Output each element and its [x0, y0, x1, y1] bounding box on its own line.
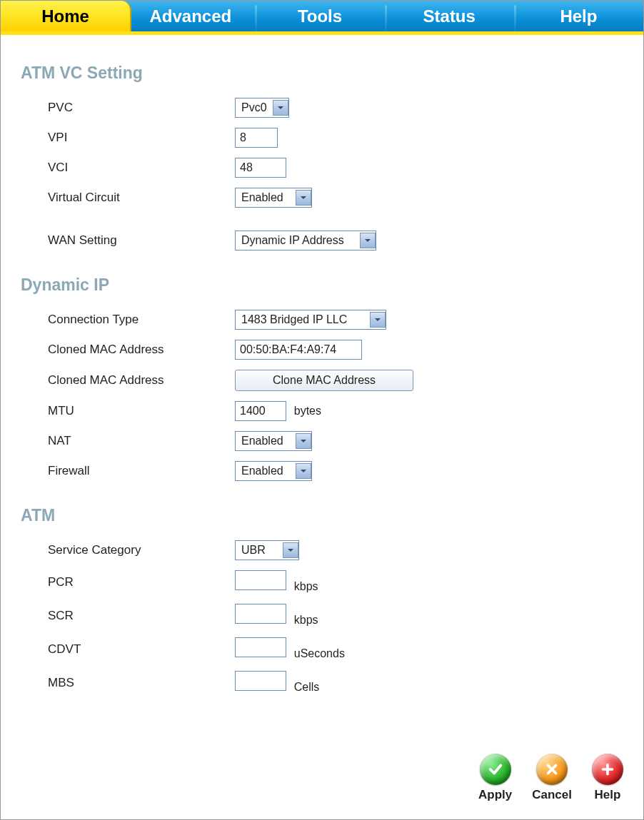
scr-unit: kbps: [294, 614, 318, 626]
chevron-down-icon: [296, 190, 311, 206]
wan-setting-select[interactable]: Dynamic IP Address: [235, 231, 376, 250]
chevron-down-icon: [296, 433, 311, 449]
vci-label: VCI: [45, 153, 232, 183]
pcr-input[interactable]: [235, 570, 286, 590]
mtu-input[interactable]: 1400: [235, 401, 286, 421]
pcr-unit: kbps: [294, 580, 318, 592]
firewall-select[interactable]: Enabled: [235, 461, 312, 481]
wan-setting-label: WAN Setting: [45, 226, 232, 255]
tab-advanced-label: Advanced: [149, 6, 231, 26]
atm-vc-form: PVC Pvc0 VPI 8 VCI 48 Virtual Circuit: [45, 93, 379, 255]
page-frame: Home Advanced Tools Status Help ATM VC S…: [0, 0, 644, 820]
virtual-circuit-select[interactable]: Enabled: [235, 188, 312, 208]
tab-help-label: Help: [560, 6, 597, 26]
tab-help[interactable]: Help: [514, 1, 643, 31]
service-category-value: UBR: [240, 544, 270, 557]
mtu-unit: bytes: [294, 405, 321, 417]
clone-mac-button[interactable]: Clone MAC Address: [235, 370, 413, 391]
pvc-select[interactable]: Pvc0: [235, 98, 289, 118]
cloned-mac-label: Cloned MAC Address: [45, 335, 232, 365]
pvc-value: Pvc0: [240, 101, 271, 114]
tab-status-label: Status: [423, 6, 476, 26]
atm-form: Service Category UBR PCR kbps SCR: [45, 535, 348, 699]
vci-input[interactable]: 48: [235, 158, 286, 178]
check-icon: [480, 754, 511, 785]
tab-tools[interactable]: Tools: [255, 1, 384, 31]
service-category-select[interactable]: UBR: [235, 540, 299, 560]
tab-home-label: Home: [41, 6, 89, 26]
cancel-button[interactable]: Cancel: [532, 754, 572, 802]
wan-setting-value: Dynamic IP Address: [240, 234, 348, 247]
mtu-label: MTU: [45, 396, 232, 426]
vpi-input[interactable]: 8: [235, 128, 278, 148]
mbs-label: MBS: [45, 666, 232, 699]
service-category-label: Service Category: [45, 535, 232, 565]
section-atm-vc-title: ATM VC Setting: [21, 64, 623, 83]
scr-input[interactable]: [235, 604, 286, 624]
section-atm-title: ATM: [21, 506, 623, 525]
cancel-label: Cancel: [532, 788, 572, 802]
pcr-label: PCR: [45, 565, 232, 599]
mbs-input[interactable]: [235, 671, 286, 691]
chevron-down-icon: [360, 233, 376, 248]
scr-label: SCR: [45, 599, 232, 632]
connection-type-label: Connection Type: [45, 305, 232, 335]
apply-label: Apply: [478, 788, 512, 802]
tab-tools-label: Tools: [298, 6, 342, 26]
content-area: ATM VC Setting PVC Pvc0 VPI 8 VCI 48: [1, 35, 643, 714]
top-tabs: Home Advanced Tools Status Help: [1, 1, 643, 35]
tab-status[interactable]: Status: [385, 1, 514, 31]
chevron-down-icon: [296, 463, 311, 479]
tab-home[interactable]: Home: [1, 1, 131, 31]
cdvt-input[interactable]: [235, 637, 286, 657]
connection-type-value: 1483 Bridged IP LLC: [240, 313, 351, 326]
cloned-mac-button-label: Cloned MAC Address: [45, 365, 232, 396]
vpi-label: VPI: [45, 123, 232, 153]
help-label: Help: [595, 788, 621, 802]
pvc-label: PVC: [45, 93, 232, 123]
mbs-unit: Cells: [294, 681, 320, 693]
connection-type-select[interactable]: 1483 Bridged IP LLC: [235, 310, 386, 330]
chevron-down-icon: [283, 542, 298, 558]
section-dynamic-ip-title: Dynamic IP: [21, 275, 623, 295]
firewall-value: Enabled: [240, 465, 288, 477]
help-button[interactable]: Help: [592, 754, 623, 802]
close-icon: [536, 754, 568, 785]
plus-icon: [592, 754, 623, 785]
cloned-mac-input[interactable]: 00:50:BA:F4:A9:74: [235, 340, 362, 360]
nat-select[interactable]: Enabled: [235, 431, 312, 451]
nat-label: NAT: [45, 426, 232, 456]
dynamic-ip-form: Connection Type 1483 Bridged IP LLC Clon…: [45, 305, 416, 486]
tab-advanced[interactable]: Advanced: [126, 1, 255, 31]
action-bar: Apply Cancel Help: [478, 754, 623, 802]
virtual-circuit-label: Virtual Circuit: [45, 183, 232, 213]
chevron-down-icon: [273, 100, 288, 116]
apply-button[interactable]: Apply: [478, 754, 512, 802]
chevron-down-icon: [370, 312, 386, 328]
firewall-label: Firewall: [45, 456, 232, 486]
virtual-circuit-value: Enabled: [240, 191, 288, 204]
nat-value: Enabled: [240, 435, 288, 447]
cdvt-label: CDVT: [45, 632, 232, 666]
cdvt-unit: uSeconds: [294, 647, 345, 659]
